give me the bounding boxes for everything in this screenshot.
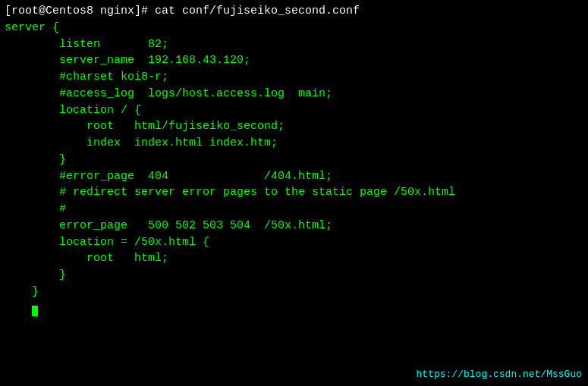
cursor-line bbox=[5, 300, 583, 317]
code-line: root html/fujiseiko_second; bbox=[5, 118, 583, 135]
code-line: server_name 192.168.43.120; bbox=[5, 52, 583, 69]
code-line: listen 82; bbox=[5, 36, 583, 53]
terminal-window: [root@Centos8 nginx]# cat conf/fujiseiko… bbox=[0, 0, 588, 386]
code-output: server { listen 82; server_name 192.168.… bbox=[5, 20, 583, 317]
prompt-line: [root@Centos8 nginx]# cat conf/fujiseiko… bbox=[5, 3, 583, 20]
code-line: #charset koi8-r; bbox=[5, 69, 583, 86]
cursor-block bbox=[32, 306, 38, 316]
code-line: } bbox=[5, 267, 583, 284]
code-line: #access_log logs/host.access.log main; bbox=[5, 86, 583, 102]
code-line: error_page 500 502 503 504 /50x.html; bbox=[5, 218, 583, 234]
code-line: server { bbox=[5, 20, 583, 36]
code-line: location = /50x.html { bbox=[5, 234, 583, 251]
watermark: https://blog.csdn.net/MssGuo bbox=[417, 369, 582, 380]
code-line: #error_page 404 /404.html; bbox=[5, 168, 583, 185]
code-line: } bbox=[5, 152, 583, 168]
code-line: index index.html index.htm; bbox=[5, 135, 583, 152]
code-line: # bbox=[5, 201, 583, 218]
code-line: # redirect server error pages to the sta… bbox=[5, 184, 583, 201]
code-line: location / { bbox=[5, 102, 583, 119]
code-line: root html; bbox=[5, 250, 583, 267]
code-line: } bbox=[5, 284, 583, 300]
